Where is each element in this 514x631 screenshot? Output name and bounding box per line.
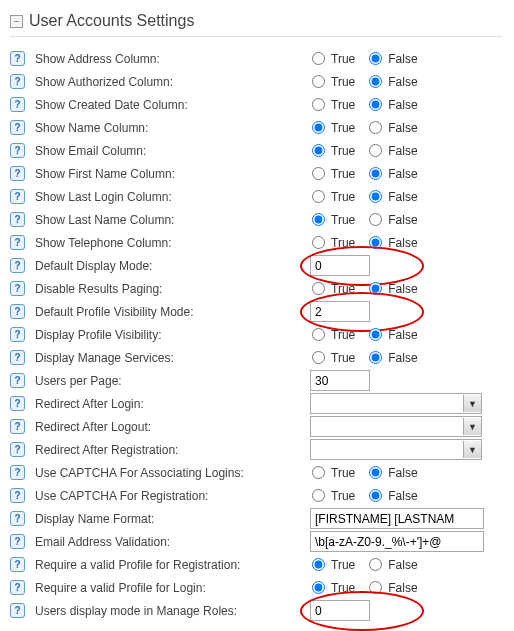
- radio-true[interactable]: [312, 558, 325, 571]
- help-icon[interactable]: ?: [10, 396, 25, 411]
- radio-false[interactable]: [369, 167, 382, 180]
- radio-false[interactable]: [369, 236, 382, 249]
- radio-group: TrueFalse: [310, 121, 426, 135]
- radio-true-label: True: [331, 121, 355, 135]
- setting-label: Use CAPTCHA For Associating Logins:: [35, 466, 310, 480]
- setting-row: ?Display Manage Services:TrueFalse: [10, 346, 502, 369]
- text-input[interactable]: [310, 301, 370, 322]
- radio-false-label: False: [388, 75, 417, 89]
- setting-control: TrueFalse: [310, 144, 502, 158]
- help-icon[interactable]: ?: [10, 304, 25, 319]
- help-icon[interactable]: ?: [10, 580, 25, 595]
- help-icon[interactable]: ?: [10, 511, 25, 526]
- help-icon[interactable]: ?: [10, 603, 25, 618]
- radio-false[interactable]: [369, 98, 382, 111]
- select-input[interactable]: ▼: [310, 416, 482, 437]
- radio-true[interactable]: [312, 144, 325, 157]
- radio-group: TrueFalse: [310, 52, 426, 66]
- help-icon[interactable]: ?: [10, 442, 25, 457]
- setting-control: TrueFalse: [310, 328, 502, 342]
- chevron-down-icon[interactable]: ▼: [463, 418, 481, 435]
- setting-control: TrueFalse: [310, 236, 502, 250]
- text-input[interactable]: [310, 600, 370, 621]
- setting-label: Redirect After Login:: [35, 397, 310, 411]
- help-icon[interactable]: ?: [10, 212, 25, 227]
- collapse-icon[interactable]: –: [10, 15, 23, 28]
- setting-row: ?Display Name Format:: [10, 507, 502, 530]
- setting-label: Users display mode in Manage Roles:: [35, 604, 310, 618]
- radio-true[interactable]: [312, 466, 325, 479]
- radio-false[interactable]: [369, 213, 382, 226]
- radio-true[interactable]: [312, 236, 325, 249]
- help-icon[interactable]: ?: [10, 143, 25, 158]
- radio-true[interactable]: [312, 75, 325, 88]
- radio-false[interactable]: [369, 121, 382, 134]
- setting-label: Show Authorized Column:: [35, 75, 310, 89]
- radio-false[interactable]: [369, 75, 382, 88]
- help-icon[interactable]: ?: [10, 189, 25, 204]
- radio-group: TrueFalse: [310, 236, 426, 250]
- radio-group: TrueFalse: [310, 466, 426, 480]
- setting-row: ?Show Email Column:TrueFalse: [10, 139, 502, 162]
- select-input[interactable]: ▼: [310, 393, 482, 414]
- radio-false[interactable]: [369, 190, 382, 203]
- radio-true[interactable]: [312, 489, 325, 502]
- radio-false[interactable]: [369, 282, 382, 295]
- radio-false[interactable]: [369, 328, 382, 341]
- help-icon[interactable]: ?: [10, 557, 25, 572]
- radio-true-label: True: [331, 52, 355, 66]
- radio-true[interactable]: [312, 121, 325, 134]
- setting-row: ?Show Address Column:TrueFalse: [10, 47, 502, 70]
- setting-label: Show Email Column:: [35, 144, 310, 158]
- help-icon[interactable]: ?: [10, 281, 25, 296]
- help-icon[interactable]: ?: [10, 419, 25, 434]
- radio-true[interactable]: [312, 282, 325, 295]
- setting-label: Default Profile Visibility Mode:: [35, 305, 310, 319]
- help-icon[interactable]: ?: [10, 97, 25, 112]
- select-input[interactable]: ▼: [310, 439, 482, 460]
- help-icon[interactable]: ?: [10, 235, 25, 250]
- radio-false[interactable]: [369, 466, 382, 479]
- radio-true[interactable]: [312, 351, 325, 364]
- setting-label: Display Manage Services:: [35, 351, 310, 365]
- text-input[interactable]: [310, 531, 484, 552]
- help-icon[interactable]: ?: [10, 534, 25, 549]
- radio-true[interactable]: [312, 52, 325, 65]
- radio-false[interactable]: [369, 52, 382, 65]
- help-icon[interactable]: ?: [10, 51, 25, 66]
- help-icon[interactable]: ?: [10, 488, 25, 503]
- help-icon[interactable]: ?: [10, 327, 25, 342]
- radio-false[interactable]: [369, 351, 382, 364]
- help-icon[interactable]: ?: [10, 166, 25, 181]
- text-input[interactable]: [310, 508, 484, 529]
- radio-false[interactable]: [369, 581, 382, 594]
- radio-true[interactable]: [312, 167, 325, 180]
- help-icon[interactable]: ?: [10, 74, 25, 89]
- radio-false[interactable]: [369, 489, 382, 502]
- setting-row: ?Default Profile Visibility Mode:: [10, 300, 502, 323]
- radio-true[interactable]: [312, 190, 325, 203]
- radio-group: TrueFalse: [310, 213, 426, 227]
- setting-label: Require a valid Profile for Login:: [35, 581, 310, 595]
- radio-true[interactable]: [312, 98, 325, 111]
- chevron-down-icon[interactable]: ▼: [463, 395, 481, 412]
- help-icon[interactable]: ?: [10, 258, 25, 273]
- chevron-down-icon[interactable]: ▼: [463, 441, 481, 458]
- text-input[interactable]: [310, 370, 370, 391]
- radio-true-label: True: [331, 466, 355, 480]
- radio-true-label: True: [331, 328, 355, 342]
- radio-true[interactable]: [312, 213, 325, 226]
- help-icon[interactable]: ?: [10, 373, 25, 388]
- radio-true[interactable]: [312, 581, 325, 594]
- text-input[interactable]: [310, 255, 370, 276]
- radio-false[interactable]: [369, 144, 382, 157]
- setting-control: ▼: [310, 416, 502, 437]
- help-icon[interactable]: ?: [10, 350, 25, 365]
- setting-control: ▼: [310, 439, 502, 460]
- radio-false[interactable]: [369, 558, 382, 571]
- help-icon[interactable]: ?: [10, 120, 25, 135]
- radio-true[interactable]: [312, 328, 325, 341]
- help-icon[interactable]: ?: [10, 465, 25, 480]
- section-title: User Accounts Settings: [29, 12, 194, 30]
- radio-true-label: True: [331, 581, 355, 595]
